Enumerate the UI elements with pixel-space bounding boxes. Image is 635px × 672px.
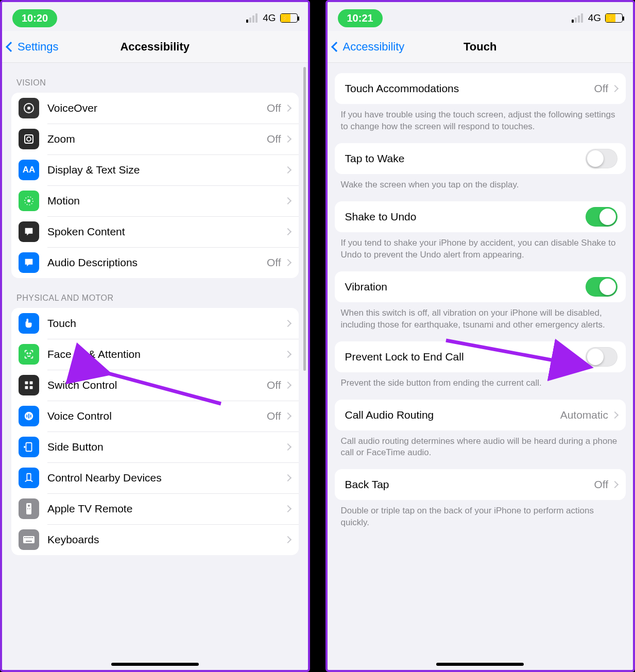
back-label: Accessibility bbox=[343, 40, 405, 54]
row-touch[interactable]: Touch bbox=[11, 308, 299, 339]
nav-bar: Accessibility Touch bbox=[328, 31, 633, 63]
row-label: Call Audio Routing bbox=[345, 409, 560, 421]
svg-rect-15 bbox=[30, 415, 31, 418]
row-spoken-content[interactable]: Spoken Content bbox=[11, 216, 299, 247]
chevron-right-icon bbox=[284, 135, 291, 143]
svg-point-20 bbox=[27, 508, 28, 509]
toggle-shake-to-undo[interactable] bbox=[586, 207, 617, 227]
spoken-content-icon bbox=[19, 221, 39, 242]
status-indicators: 4G ⚡ bbox=[246, 12, 297, 24]
network-label: 4G bbox=[588, 12, 601, 24]
row-control-nearby[interactable]: Control Nearby Devices bbox=[11, 462, 299, 493]
chevron-right-icon bbox=[284, 320, 291, 327]
row-label: Touch Accommodations bbox=[345, 82, 594, 95]
row-touch-accommodations[interactable]: Touch Accommodations Off bbox=[335, 73, 626, 104]
svg-rect-14 bbox=[28, 413, 29, 418]
row-voice-control[interactable]: Voice Control Off bbox=[11, 401, 299, 432]
chevron-left-icon bbox=[6, 42, 16, 52]
network-label: 4G bbox=[263, 12, 276, 24]
row-value: Off bbox=[594, 478, 608, 491]
faceid-icon bbox=[19, 344, 39, 365]
chevron-right-icon bbox=[284, 412, 291, 420]
nav-bar: Settings Accessibility bbox=[2, 31, 308, 63]
row-label: Tap to Wake bbox=[345, 152, 586, 165]
row-audio-descriptions[interactable]: Audio Descriptions Off bbox=[11, 247, 299, 278]
row-vibration[interactable]: Vibration bbox=[335, 271, 626, 302]
zoom-icon bbox=[19, 129, 39, 149]
row-label: Voice Control bbox=[47, 410, 267, 422]
toggle-tap-to-wake[interactable] bbox=[586, 149, 617, 168]
row-label: Motion bbox=[47, 195, 285, 207]
chevron-right-icon bbox=[284, 443, 291, 451]
footer-back-tap: Double or triple tap on the back of your… bbox=[328, 500, 633, 539]
row-value: Off bbox=[267, 379, 281, 391]
svg-point-1 bbox=[27, 107, 30, 110]
chevron-right-icon bbox=[284, 382, 291, 389]
row-zoom[interactable]: Zoom Off bbox=[11, 124, 299, 154]
row-prevent-lock[interactable]: Prevent Lock to End Call bbox=[335, 341, 626, 372]
svg-point-5 bbox=[27, 199, 30, 202]
toggle-prevent-lock[interactable] bbox=[586, 347, 617, 367]
row-label: Vibration bbox=[345, 281, 586, 293]
back-button[interactable]: Accessibility bbox=[333, 40, 405, 54]
row-value: Off bbox=[594, 82, 608, 95]
svg-rect-25 bbox=[27, 537, 28, 538]
switch-control-icon bbox=[19, 375, 39, 395]
row-shake-to-undo[interactable]: Shake to Undo bbox=[335, 201, 626, 232]
svg-rect-27 bbox=[30, 537, 31, 538]
chevron-right-icon bbox=[284, 197, 291, 204]
chevron-right-icon bbox=[284, 105, 291, 112]
side-button-icon bbox=[19, 437, 39, 457]
row-label: Audio Descriptions bbox=[47, 256, 267, 269]
chevron-right-icon bbox=[284, 259, 291, 266]
svg-rect-29 bbox=[26, 541, 32, 542]
home-indicator[interactable] bbox=[111, 663, 199, 666]
svg-rect-28 bbox=[32, 537, 33, 538]
battery-icon: ⚡ bbox=[280, 13, 298, 23]
toggle-vibration[interactable] bbox=[586, 277, 617, 297]
footer-touch-accommodations: If you have trouble using the touch scre… bbox=[328, 104, 633, 143]
row-label: Switch Control bbox=[47, 379, 267, 391]
row-apple-tv-remote[interactable]: Apple TV Remote bbox=[11, 493, 299, 524]
audio-descriptions-icon bbox=[19, 252, 39, 273]
row-label: Touch bbox=[47, 317, 285, 330]
footer-vibration: When this switch is off, all vibration o… bbox=[328, 302, 633, 341]
row-faceid-attention[interactable]: Face ID & Attention bbox=[11, 339, 299, 370]
status-bar: 10:20 4G ⚡ bbox=[2, 2, 308, 31]
row-switch-control[interactable]: Switch Control Off bbox=[11, 370, 299, 401]
touch-screen: 10:21 4G ⚡ Accessibility Touch Touch Acc… bbox=[325, 0, 636, 672]
status-time: 10:20 bbox=[12, 9, 57, 27]
row-call-audio-routing[interactable]: Call Audio Routing Automatic bbox=[335, 400, 626, 430]
row-display-text-size[interactable]: AA Display & Text Size bbox=[11, 154, 299, 185]
svg-point-6 bbox=[27, 353, 28, 354]
row-keyboards[interactable]: Keyboards bbox=[11, 524, 299, 555]
footer-shake-to-undo: If you tend to shake your iPhone by acci… bbox=[328, 232, 633, 271]
row-voiceover[interactable]: VoiceOver Off bbox=[11, 93, 299, 124]
group-touch-accommodations: Touch Accommodations Off bbox=[335, 73, 626, 104]
row-side-button[interactable]: Side Button bbox=[11, 432, 299, 462]
status-bar: 10:21 4G ⚡ bbox=[328, 2, 633, 31]
chevron-right-icon bbox=[611, 481, 619, 488]
footer-call-audio: Call audio routing determines where audi… bbox=[328, 430, 633, 470]
cellular-signal-icon bbox=[572, 13, 583, 23]
row-label: Display & Text Size bbox=[47, 164, 285, 176]
row-label: Side Button bbox=[47, 441, 285, 453]
section-header-physical: PHYSICAL AND MOTOR bbox=[2, 278, 308, 308]
section-header-vision: VISION bbox=[2, 63, 308, 93]
row-value: Off bbox=[267, 102, 281, 114]
row-motion[interactable]: Motion bbox=[11, 185, 299, 216]
svg-rect-17 bbox=[27, 474, 30, 480]
svg-point-7 bbox=[30, 353, 31, 354]
home-indicator[interactable] bbox=[436, 663, 524, 666]
chevron-right-icon bbox=[284, 474, 291, 481]
back-button[interactable]: Settings bbox=[7, 40, 59, 54]
chevron-right-icon bbox=[284, 228, 291, 235]
row-tap-to-wake[interactable]: Tap to Wake bbox=[335, 143, 626, 174]
status-time: 10:21 bbox=[338, 9, 383, 27]
row-value: Off bbox=[267, 256, 281, 269]
scroll-indicator[interactable] bbox=[303, 67, 306, 371]
svg-rect-10 bbox=[25, 386, 28, 389]
row-label: Back Tap bbox=[345, 478, 594, 491]
svg-rect-9 bbox=[30, 382, 33, 385]
row-back-tap[interactable]: Back Tap Off bbox=[335, 469, 626, 500]
